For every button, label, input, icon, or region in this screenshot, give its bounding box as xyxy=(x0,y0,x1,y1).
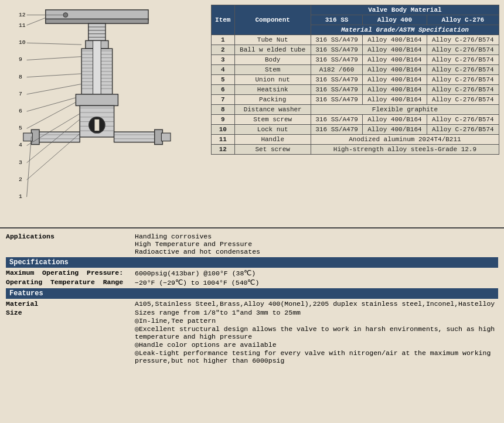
cell-alloyc276: Alloy C-276/B574 xyxy=(427,95,499,105)
label-5: 5 xyxy=(19,125,22,131)
cell-ss: 316 SS/A479 xyxy=(311,75,362,85)
table-row: 11HandleAnodized aluminum 2024T4/B211 xyxy=(212,135,499,145)
bottom-section: Applications Handling corrosivesHigh Tem… xyxy=(0,228,504,423)
svg-line-30 xyxy=(27,43,81,45)
cell-ss: 316 SS/A479 xyxy=(311,85,362,95)
cell-component: Heatsink xyxy=(234,85,311,95)
top-section: 12 11 10 9 8 7 6 5 4 3 2 1 xyxy=(0,0,504,228)
label-4: 4 xyxy=(19,142,22,148)
cell-ss: 316 SS/A479 xyxy=(311,45,362,55)
cell-alloy400: Alloy 400/B164 xyxy=(363,85,427,95)
cell-ss: 316 SS/A479 xyxy=(311,55,362,65)
svg-line-39 xyxy=(27,137,32,197)
cell-component: Stem xyxy=(234,65,311,75)
cell-item: 1 xyxy=(212,35,235,45)
label-2: 2 xyxy=(19,176,22,183)
subheader-cell: Material Grade/ASTM Specification xyxy=(311,25,499,35)
stem-upper xyxy=(88,23,105,40)
col-alloy400-header: Alloy 400 xyxy=(363,15,427,25)
cell-alloy400: Alloy 400/B164 xyxy=(363,65,427,75)
end-tube-right xyxy=(161,133,171,141)
pattern-value: ◎In-line,Tee pattern xyxy=(135,316,498,325)
spec2-value: −20°F (−29℃) to 1004°F (540℃) xyxy=(135,278,498,286)
cell-item: 5 xyxy=(212,75,235,85)
spec1-label: Maximum Operating Pressure: xyxy=(6,269,135,277)
cell-alloyc276: Alloy C-276/B574 xyxy=(427,125,499,135)
svg-line-35 xyxy=(27,103,76,129)
table-row: 10Lock nut316 SS/A479Alloy 400/B164Alloy… xyxy=(212,125,499,135)
cell-component: Packing xyxy=(234,95,311,105)
cell-ss: 316 SS/A479 xyxy=(311,35,362,45)
cell-merged: High-strength alloy steels-Grade 12.9 xyxy=(311,145,499,155)
label-6: 6 xyxy=(19,108,22,114)
cell-item: 3 xyxy=(212,55,235,65)
feature3-value: ◎Leak-tight performance testing for ever… xyxy=(135,349,498,364)
label-1: 1 xyxy=(19,193,22,200)
valve-diagram-svg: 12 11 10 9 8 7 6 5 4 3 2 1 xyxy=(12,5,199,222)
table-row: 7Packing316 SS/A479Alloy 400/B164Alloy C… xyxy=(212,95,499,105)
cell-component: Stem screw xyxy=(234,115,311,125)
applications-label: Applications xyxy=(6,233,135,255)
cell-component: Distance washer xyxy=(234,105,311,115)
handle-bottom xyxy=(46,19,148,23)
cell-merged: Anodized aluminum 2024T4/B211 xyxy=(311,135,499,145)
label-10: 10 xyxy=(19,39,26,46)
cell-alloyc276: Alloy C-276/B574 xyxy=(427,115,499,125)
cell-item: 2 xyxy=(212,45,235,55)
application-item: Handling corrosives xyxy=(135,233,498,240)
cell-alloyc276: Alloy C-276/B574 xyxy=(427,45,499,55)
cell-component: Union nut xyxy=(234,75,311,85)
spec2-label: Operating Temperature Range xyxy=(6,278,135,286)
col-item-header: Item xyxy=(212,5,235,35)
specs-header: Specifications xyxy=(6,257,498,268)
bom-tbody: 1Tube Nut316 SS/A479Alloy 400/B164Alloy … xyxy=(212,35,499,155)
cell-alloyc276: Alloy C-276/B574 xyxy=(427,65,499,75)
col-alloyc276-header: Alloy C-276 xyxy=(427,15,499,25)
svg-line-34 xyxy=(27,98,76,111)
cell-component: Set screw xyxy=(234,145,311,155)
svg-rect-23 xyxy=(95,120,100,131)
table-row: 1Tube Nut316 SS/A479Alloy 400/B164Alloy … xyxy=(212,35,499,45)
table-row: 3Body316 SS/A479Alloy 400/B164Alloy C-27… xyxy=(212,55,499,65)
label-3: 3 xyxy=(19,159,22,166)
table-row: 2Ball w elded tube316 SS/A479Alloy 400/B… xyxy=(212,45,499,55)
set-screw xyxy=(63,13,68,18)
cell-alloy400: Alloy 400/B164 xyxy=(363,35,427,45)
cell-ss: A182 /660 xyxy=(311,65,362,75)
union-nut xyxy=(76,94,118,105)
cell-component: Body xyxy=(234,55,311,65)
table-row: 8Distance washerFlexible graphite xyxy=(212,105,499,115)
label-9: 9 xyxy=(19,56,22,63)
table-row: 6Heatsink316 SS/A479Alloy 400/B164Alloy … xyxy=(212,85,499,95)
size-row: Size Sizes range from 1/8″to 1″and 3mm t… xyxy=(6,309,498,364)
diagram-area: 12 11 10 9 8 7 6 5 4 3 2 1 xyxy=(0,0,211,227)
cell-merged: Flexible graphite xyxy=(311,105,499,115)
col-component-header: Component xyxy=(234,5,311,35)
table-row: 5Union nut316 SS/A479Alloy 400/B164Alloy… xyxy=(212,75,499,85)
applications-block: Applications Handling corrosivesHigh Tem… xyxy=(6,233,498,255)
cell-alloy400: Alloy 400/B164 xyxy=(363,115,427,125)
label-11: 11 xyxy=(19,22,26,29)
table-header-row-1: Item Component Valve Body Material xyxy=(212,5,499,15)
cell-alloy400: Alloy 400/B164 xyxy=(363,55,427,65)
cell-ss: 316 SS/A479 xyxy=(311,115,362,125)
spec2-row: Operating Temperature Range −20°F (−29℃)… xyxy=(6,278,498,286)
table-row: 4StemA182 /660Alloy 400/B164Alloy C-276/… xyxy=(212,65,499,75)
cell-alloyc276: Alloy C-276/B574 xyxy=(427,35,499,45)
applications-values: Handling corrosivesHigh Temperature and … xyxy=(135,233,498,255)
svg-line-33 xyxy=(27,84,81,94)
cell-item: 10 xyxy=(212,125,235,135)
table-area: Item Component Valve Body Material 316 S… xyxy=(211,0,504,227)
application-item: Radioactive and hot condensates xyxy=(135,248,498,255)
cell-ss: 316 SS/A479 xyxy=(311,125,362,135)
cell-ss: 316 SS/A479 xyxy=(311,95,362,105)
right-tube xyxy=(114,132,157,142)
feature2-value: ◎Handle color options are available xyxy=(135,340,498,349)
table-row: 9Stem screw316 SS/A479Alloy 400/B164Allo… xyxy=(212,115,499,125)
cell-item: 4 xyxy=(212,65,235,75)
cell-item: 8 xyxy=(212,105,235,115)
feature1-value: ◎Excellent structural design allows the … xyxy=(135,325,498,340)
svg-line-29 xyxy=(27,18,46,25)
material-value: A105,Stainless Steel,Brass,Alloy 400(Mon… xyxy=(135,300,498,308)
cell-item: 11 xyxy=(212,135,235,145)
